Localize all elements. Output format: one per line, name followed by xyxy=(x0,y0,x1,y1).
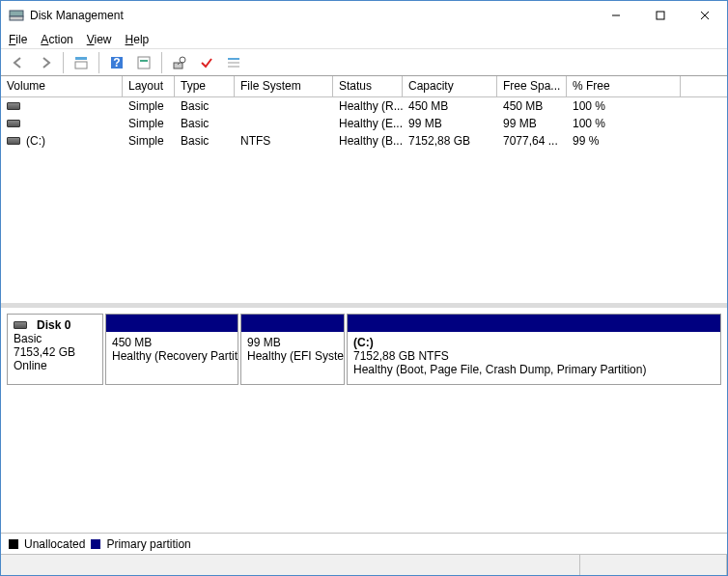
minimize-button[interactable] xyxy=(594,1,638,30)
statusbar xyxy=(1,554,727,575)
col-filesystem[interactable]: File System xyxy=(235,76,333,96)
col-status[interactable]: Status xyxy=(333,76,403,96)
app-icon xyxy=(9,8,24,23)
menu-help[interactable]: Help xyxy=(126,33,150,46)
svg-text:?: ? xyxy=(113,56,120,69)
svg-rect-1 xyxy=(10,16,23,20)
col-volume[interactable]: Volume xyxy=(1,76,123,96)
svg-rect-6 xyxy=(75,57,87,60)
grid-body: Simple Basic Healthy (R... 450 MB 450 MB… xyxy=(1,97,727,150)
partition[interactable]: 450 MB Healthy (Recovery Partiti xyxy=(105,314,238,385)
menu-file[interactable]: File xyxy=(9,33,27,46)
col-pctfree[interactable]: % Free xyxy=(567,76,681,96)
svg-rect-0 xyxy=(10,11,23,16)
list-button[interactable] xyxy=(222,51,245,74)
menu-view[interactable]: View xyxy=(87,33,112,46)
col-capacity[interactable]: Capacity xyxy=(403,76,497,96)
partition[interactable]: (C:) 7152,88 GB NTFS Healthy (Boot, Page… xyxy=(347,314,721,385)
disk-graphical-pane: Disk 0 Basic 7153,42 GB Online 450 MB He… xyxy=(1,308,727,556)
properties-button[interactable] xyxy=(168,51,191,74)
titlebar: Disk Management xyxy=(1,1,727,30)
svg-rect-17 xyxy=(228,66,239,68)
back-button[interactable] xyxy=(7,51,30,74)
col-freespace[interactable]: Free Spa... xyxy=(497,76,567,96)
svg-rect-11 xyxy=(140,60,148,62)
volume-icon xyxy=(7,102,20,110)
views-button[interactable] xyxy=(70,51,93,74)
toolbar-separator xyxy=(98,52,99,73)
forward-button[interactable] xyxy=(34,51,57,74)
svg-rect-7 xyxy=(75,62,87,69)
check-button[interactable] xyxy=(195,51,218,74)
svg-rect-16 xyxy=(228,62,239,64)
volume-icon xyxy=(7,120,20,127)
legend-swatch-unallocated xyxy=(9,539,18,549)
partition-stripe xyxy=(241,315,344,332)
partition[interactable]: 99 MB Healthy (EFI Syster xyxy=(240,314,345,385)
help-button[interactable]: ? xyxy=(105,51,128,74)
col-type[interactable]: Type xyxy=(175,76,235,96)
partition-stripe xyxy=(348,315,720,332)
toolbar-separator xyxy=(63,52,64,73)
volume-list-pane: Volume Layout Type File System Status Ca… xyxy=(1,76,727,308)
grid-header: Volume Layout Type File System Status Ca… xyxy=(1,76,727,97)
legend: Unallocated Primary partition xyxy=(1,533,727,554)
disk-info[interactable]: Disk 0 Basic 7153,42 GB Online xyxy=(7,314,103,385)
volume-row[interactable]: Simple Basic Healthy (E... 99 MB 99 MB 1… xyxy=(1,115,727,132)
svg-rect-10 xyxy=(138,57,150,69)
volume-row[interactable]: Simple Basic Healthy (R... 450 MB 450 MB… xyxy=(1,97,727,115)
toolbar-separator xyxy=(161,52,162,73)
legend-swatch-primary xyxy=(91,539,100,549)
partition-stripe xyxy=(106,315,238,332)
col-layout[interactable]: Layout xyxy=(123,76,175,96)
toolbar: ? xyxy=(1,49,727,76)
svg-rect-15 xyxy=(228,58,239,60)
svg-point-13 xyxy=(180,57,185,63)
settings-button[interactable] xyxy=(132,51,155,74)
close-button[interactable] xyxy=(683,1,727,30)
volume-icon xyxy=(7,137,20,145)
menu-action[interactable]: Action xyxy=(41,33,72,46)
svg-rect-3 xyxy=(657,12,664,19)
disk-icon xyxy=(14,321,27,329)
menubar: File Action View Help xyxy=(1,30,727,49)
volume-row[interactable]: (C:) Simple Basic NTFS Healthy (B... 715… xyxy=(1,132,727,150)
maximize-button[interactable] xyxy=(638,1,683,30)
partition-area: 450 MB Healthy (Recovery Partiti 99 MB H… xyxy=(105,314,721,385)
window-title: Disk Management xyxy=(30,9,124,22)
disk-row: Disk 0 Basic 7153,42 GB Online 450 MB He… xyxy=(7,314,721,385)
